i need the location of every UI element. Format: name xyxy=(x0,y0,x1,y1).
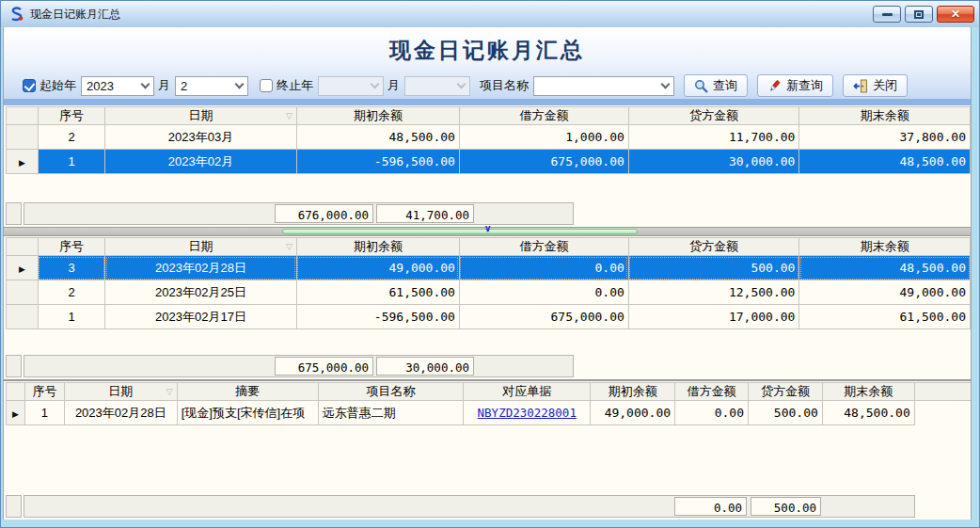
horizontal-splitter[interactable]: ∨ xyxy=(4,227,971,236)
close-button[interactable]: ✕ xyxy=(937,6,974,23)
seq-cell: 2 xyxy=(38,280,104,305)
col-header-credit[interactable]: 贷方金额 xyxy=(628,238,799,256)
table-row[interactable]: 2 2023年03月 48,500.00 1,000.00 11,700.00 … xyxy=(7,125,971,150)
chevron-down-icon xyxy=(371,80,380,89)
col-header-closing[interactable]: 期末余额 xyxy=(799,238,971,256)
sort-indicator-icon: ▽ xyxy=(166,387,173,396)
query-button-label: 查询 xyxy=(713,77,737,94)
table-row-selected[interactable]: ▶ 1 2023年02月 -596,500.00 675,000.00 30,0… xyxy=(7,150,971,174)
date-cell: 2023年02月28日 xyxy=(105,256,297,280)
monthly-totals-row: 676,000.00 41,700.00 xyxy=(6,202,971,225)
debit-cell: 0.00 xyxy=(459,256,628,280)
table-row[interactable]: ▶ 1 2023年02月28日 [现金]预支[宋传信]在项 远东普惠二期 NBY… xyxy=(7,401,972,425)
minimize-icon xyxy=(882,13,893,16)
col-header-credit[interactable]: 贷方金额 xyxy=(748,383,822,401)
col-header-voucher[interactable]: 对应单据 xyxy=(464,383,591,401)
closing-cell: 48,500.00 xyxy=(822,401,914,425)
seq-cell: 2 xyxy=(38,125,104,150)
query-button[interactable]: 查询 xyxy=(684,74,748,97)
splitter-collapse-icon[interactable]: ∨ xyxy=(484,224,491,233)
project-cell: 远东普惠二期 xyxy=(318,401,464,425)
col-header-seq[interactable]: 序号 xyxy=(38,238,104,256)
start-year-checkbox[interactable] xyxy=(23,79,36,92)
col-header-credit[interactable]: 贷方金额 xyxy=(628,107,799,125)
project-select[interactable] xyxy=(533,76,674,96)
start-year-select[interactable]: 2023 xyxy=(81,76,154,96)
end-year-label: 终止年 xyxy=(277,77,313,94)
col-header-debit[interactable]: 借方金额 xyxy=(675,383,749,401)
current-row-icon: ▶ xyxy=(19,264,25,274)
chevron-down-icon xyxy=(141,80,150,89)
filler-header xyxy=(914,383,971,401)
col-header-opening[interactable]: 期初余额 xyxy=(296,107,459,125)
detail-header-row: 序号 日期▽ 摘要 项目名称 对应单据 期初余额 借方金额 贷方金额 期末余额 xyxy=(7,383,972,401)
col-header-summary[interactable]: 摘要 xyxy=(177,383,318,401)
col-header-seq[interactable]: 序号 xyxy=(38,107,104,125)
detail-panel: 序号 日期▽ 摘要 项目名称 对应单据 期初余额 借方金额 贷方金额 期末余额 xyxy=(4,379,971,520)
app-icon xyxy=(8,7,24,22)
sort-indicator-icon: ▽ xyxy=(286,111,292,120)
credit-cell: 500.00 xyxy=(628,256,799,280)
row-selector-header xyxy=(7,107,39,125)
col-header-debit[interactable]: 借方金额 xyxy=(459,238,628,256)
opening-cell: -596,500.00 xyxy=(296,150,459,174)
closing-cell: 37,800.00 xyxy=(799,125,971,150)
col-header-date-label: 日期 xyxy=(108,384,133,398)
date-cell: 2023年03月 xyxy=(105,125,297,150)
col-header-project[interactable]: 项目名称 xyxy=(318,383,464,401)
col-header-opening[interactable]: 期初余额 xyxy=(591,383,675,401)
chevron-down-icon xyxy=(457,80,466,89)
splitter-handle[interactable] xyxy=(282,229,638,234)
debit-cell: 1,000.00 xyxy=(459,125,628,150)
col-header-closing[interactable]: 期末余额 xyxy=(799,107,971,125)
col-header-debit[interactable]: 借方金额 xyxy=(459,107,628,125)
seq-cell: 1 xyxy=(38,150,104,174)
maximize-button[interactable] xyxy=(905,6,933,23)
monthly-summary-table: 序号 日期▽ 期初余额 借方金额 贷方金额 期末余额 2 2023年03月 xyxy=(6,106,971,174)
row-selector-cell: ▶ xyxy=(7,401,25,425)
end-year-checkbox[interactable] xyxy=(260,79,273,92)
new-query-button[interactable]: 新查询 xyxy=(757,74,833,97)
chevron-down-icon xyxy=(235,80,245,89)
start-month-select[interactable]: 2 xyxy=(175,76,248,96)
col-header-date[interactable]: 日期▽ xyxy=(64,383,177,401)
detail-totals-row: 0.00 500.00 xyxy=(6,495,971,518)
daily-header-row: 序号 日期▽ 期初余额 借方金额 贷方金额 期末余额 xyxy=(7,238,971,256)
current-row-icon: ▶ xyxy=(12,409,19,419)
minimize-button[interactable] xyxy=(873,6,901,23)
project-label: 项目名称 xyxy=(480,77,529,94)
col-header-date[interactable]: 日期▽ xyxy=(105,238,297,256)
titlebar: 现金日记账月汇总 ✕ xyxy=(1,1,979,27)
row-selector-cell: ▶ xyxy=(7,256,39,280)
col-header-date[interactable]: 日期▽ xyxy=(105,107,297,125)
col-header-closing[interactable]: 期末余额 xyxy=(822,383,914,401)
end-month-select[interactable] xyxy=(404,76,470,96)
start-year-label: 起始年 xyxy=(40,77,76,94)
table-row-selected[interactable]: ▶ 3 2023年02月28日 49,000.00 0.00 500.00 48… xyxy=(7,256,971,280)
voucher-link[interactable]: NBYZD230228001 xyxy=(478,406,577,420)
end-year-select[interactable] xyxy=(318,76,384,96)
new-query-button-label: 新查询 xyxy=(786,77,823,94)
monthly-header-row: 序号 日期▽ 期初余额 借方金额 贷方金额 期末余额 xyxy=(7,107,971,125)
col-header-opening[interactable]: 期初余额 xyxy=(296,238,459,256)
row-selector-header xyxy=(7,238,39,256)
col-header-date-label: 日期 xyxy=(189,108,213,122)
current-row-icon: ▶ xyxy=(19,158,25,168)
close-query-button[interactable]: 关闭 xyxy=(843,74,908,97)
closing-cell: 49,000.00 xyxy=(799,280,971,305)
date-cell: 2023年02月25日 xyxy=(105,280,297,305)
start-year-value: 2023 xyxy=(87,79,114,93)
start-month-value: 2 xyxy=(181,79,187,93)
credit-cell: 12,500.00 xyxy=(628,280,799,305)
table-row[interactable]: 1 2023年02月17日 -596,500.00 675,000.00 17,… xyxy=(7,305,971,329)
totals-stub xyxy=(6,202,22,225)
debit-cell: 675,000.00 xyxy=(459,150,628,174)
daily-credit-total: 30,000.00 xyxy=(376,357,474,376)
table-row[interactable]: 2 2023年02月25日 61,500.00 0.00 12,500.00 4… xyxy=(7,280,971,305)
panel-top-strip xyxy=(4,99,971,105)
filler-cell xyxy=(914,401,971,425)
totals-stub xyxy=(6,355,22,377)
col-header-seq[interactable]: 序号 xyxy=(24,383,64,401)
detail-table: 序号 日期▽ 摘要 项目名称 对应单据 期初余额 借方金额 贷方金额 期末余额 xyxy=(6,382,971,425)
maximize-icon xyxy=(914,10,924,19)
